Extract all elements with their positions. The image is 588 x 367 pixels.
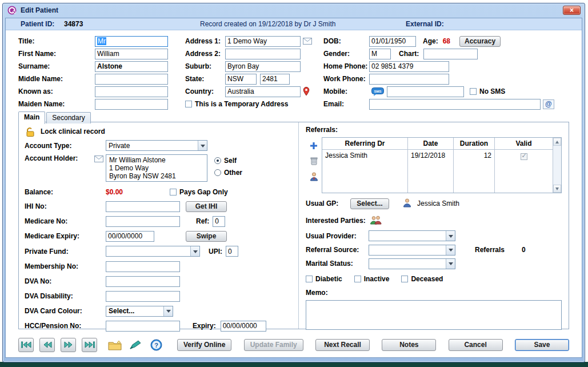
- known-as-input[interactable]: [95, 86, 168, 97]
- tab-secondary[interactable]: Secondary: [46, 112, 90, 123]
- sms-icon[interactable]: SMS: [371, 87, 385, 96]
- map-pin-icon[interactable]: [303, 87, 310, 96]
- email-label: Email:: [323, 100, 369, 108]
- scroll-down-icon[interactable]: [553, 185, 561, 193]
- swipe-button[interactable]: Swipe: [186, 231, 227, 242]
- last-record-button[interactable]: [82, 338, 97, 352]
- address-letter-icon[interactable]: [303, 38, 312, 45]
- temp-address-checkbox[interactable]: [185, 101, 192, 107]
- referring-doctor-icon[interactable]: [310, 172, 318, 183]
- update-family-button: Update Family: [244, 339, 303, 351]
- hcc-expiry-input[interactable]: [221, 321, 266, 332]
- usual-provider-combo[interactable]: [369, 230, 455, 241]
- scroll-up-icon[interactable]: [553, 138, 561, 146]
- deceased-checkbox[interactable]: [401, 276, 408, 282]
- mobile-input[interactable]: [387, 86, 464, 97]
- verify-online-button[interactable]: Verify Online: [177, 339, 231, 351]
- suburb-input[interactable]: [225, 61, 301, 72]
- ihi-input[interactable]: [106, 201, 180, 212]
- referral-source-value: [369, 245, 446, 255]
- private-fund-value: [106, 246, 190, 256]
- marital-status-combo[interactable]: [369, 258, 455, 269]
- dva-disability-input[interactable]: [106, 291, 180, 302]
- chevron-down-icon: [446, 231, 455, 241]
- close-button[interactable]: ×: [563, 6, 581, 15]
- self-radio[interactable]: [214, 157, 221, 164]
- holder-letter-icon[interactable]: [94, 155, 103, 162]
- record-tabs: Main Secondary: [18, 111, 92, 123]
- dob-input[interactable]: [369, 36, 416, 47]
- medicare-input[interactable]: [106, 216, 180, 227]
- postcode-input[interactable]: [260, 74, 290, 85]
- accuracy-button[interactable]: Accuracy: [459, 36, 501, 47]
- first-name-input[interactable]: [95, 49, 168, 59]
- balance-label: Balance:: [25, 188, 106, 196]
- referral-row-duration[interactable]: 12: [454, 150, 494, 161]
- no-sms-checkbox[interactable]: [470, 88, 477, 95]
- dva-card-combo[interactable]: Select...: [106, 306, 173, 317]
- titlebar[interactable]: Edit Patient ×: [3, 3, 585, 17]
- referral-row-date[interactable]: 19/12/2018: [408, 150, 453, 161]
- medicare-expiry-input[interactable]: [106, 231, 154, 242]
- new-patient-folder-icon[interactable]: [107, 337, 122, 352]
- work-phone-label: Work Phone:: [323, 75, 369, 83]
- middle-name-input[interactable]: [95, 74, 168, 85]
- email-at-icon[interactable]: @: [543, 99, 554, 109]
- previous-record-button[interactable]: [39, 338, 55, 352]
- upi-input[interactable]: [226, 246, 238, 257]
- state-input[interactable]: [225, 74, 257, 85]
- get-ihi-button[interactable]: Get IHI: [186, 201, 227, 212]
- work-phone-input[interactable]: [369, 74, 449, 85]
- diabetic-checkbox[interactable]: [306, 276, 313, 282]
- svg-text:SMS: SMS: [374, 89, 381, 93]
- account-holder-box[interactable]: Mr William Alstone 1 Demo Way Byron Bay …: [106, 154, 207, 182]
- private-fund-combo[interactable]: [106, 246, 200, 257]
- address-column: Address 1: Address 2: Suburb: State:: [185, 35, 314, 110]
- title-input[interactable]: Mr: [95, 36, 168, 47]
- address2-input[interactable]: [225, 49, 301, 59]
- footer-toolbar: ? Verify Online Update Family Next Recal…: [6, 332, 582, 357]
- referral-row-dr[interactable]: Jessica Smith: [322, 150, 407, 161]
- next-recall-button[interactable]: Next Recall: [315, 339, 370, 351]
- referral-valid-checkbox[interactable]: [521, 153, 527, 160]
- referral-source-combo[interactable]: [369, 245, 455, 256]
- table-scrollbar[interactable]: [553, 138, 561, 193]
- membership-input[interactable]: [106, 261, 180, 272]
- inactive-checkbox[interactable]: [354, 276, 361, 282]
- next-record-button[interactable]: [61, 338, 76, 352]
- add-referral-icon[interactable]: [310, 142, 318, 151]
- surname-input[interactable]: [95, 61, 168, 72]
- first-record-button[interactable]: [18, 338, 34, 352]
- home-phone-input[interactable]: [369, 61, 449, 72]
- cancel-button[interactable]: Cancel: [449, 339, 503, 351]
- referrals-count-value: 0: [522, 246, 526, 254]
- lock-icon[interactable]: [25, 126, 36, 137]
- dva-card-value: Select...: [106, 306, 163, 316]
- memo-label: Memo:: [306, 289, 562, 300]
- other-radio[interactable]: [214, 169, 221, 176]
- memo-textarea[interactable]: [306, 300, 562, 330]
- tab-main[interactable]: Main: [18, 111, 45, 124]
- gender-input[interactable]: [369, 49, 391, 59]
- referrals-table[interactable]: Referring Dr Jessica Smith Date 19/12/20…: [322, 137, 562, 193]
- address1-input[interactable]: [225, 36, 301, 47]
- save-button[interactable]: Save: [515, 339, 569, 351]
- dva-no-input[interactable]: [106, 276, 180, 287]
- help-icon[interactable]: ?: [149, 337, 163, 352]
- pays-gap-checkbox[interactable]: [170, 189, 177, 196]
- address2-label: Address 2:: [185, 50, 225, 58]
- hcc-input[interactable]: [106, 321, 180, 332]
- next-record-icon: [64, 341, 73, 348]
- clean-pen-icon[interactable]: [128, 337, 143, 352]
- ref-input[interactable]: [213, 216, 225, 227]
- chart-input[interactable]: [423, 49, 478, 59]
- email-input[interactable]: [369, 99, 541, 110]
- notes-button[interactable]: Notes: [382, 339, 436, 351]
- account-type-combo[interactable]: Private: [106, 140, 207, 151]
- interested-parties-icon[interactable]: [370, 216, 382, 226]
- usual-gp-select-button[interactable]: Select...: [350, 198, 389, 209]
- delete-referral-icon[interactable]: [310, 157, 318, 167]
- lock-clinical-label: Lock clinical record: [41, 127, 105, 135]
- maiden-name-input[interactable]: [95, 99, 168, 110]
- country-input[interactable]: [225, 86, 301, 97]
